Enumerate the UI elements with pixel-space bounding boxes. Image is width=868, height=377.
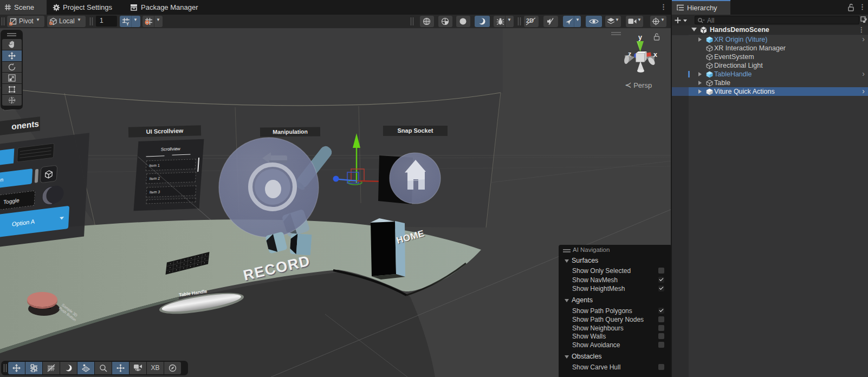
svg-text:y: y [638, 34, 642, 41]
svg-text:Y: Y [126, 21, 129, 26]
svg-text:x: x [653, 51, 657, 58]
